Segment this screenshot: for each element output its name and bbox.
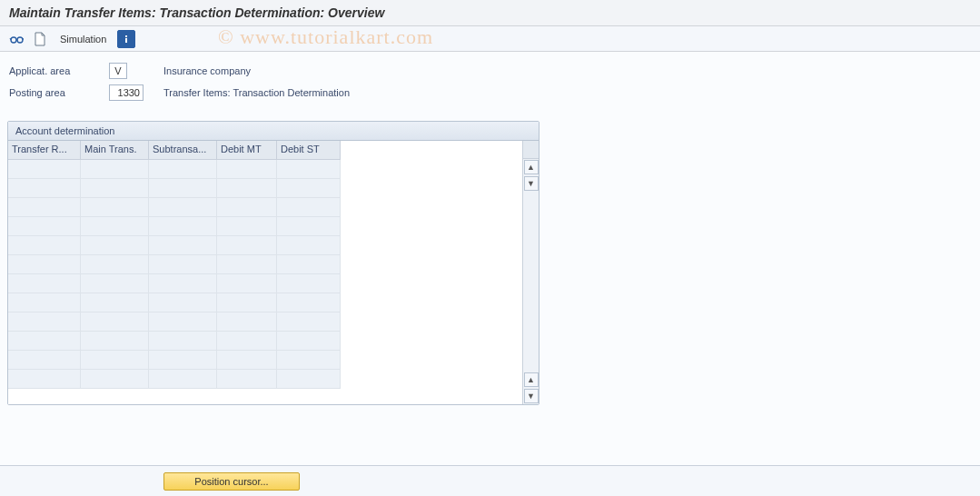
cell[interactable] (149, 312, 217, 331)
posting-area-desc: Transfer Items: Transaction Determinatio… (163, 87, 350, 98)
cell[interactable] (81, 312, 149, 331)
cell[interactable] (81, 217, 149, 235)
cell[interactable] (277, 160, 341, 178)
cell[interactable] (8, 312, 81, 331)
table-row[interactable] (8, 274, 341, 293)
cell[interactable] (81, 351, 149, 369)
cell[interactable] (8, 255, 81, 273)
cell[interactable] (149, 255, 217, 273)
cell[interactable] (277, 179, 341, 197)
cell[interactable] (81, 293, 149, 312)
col-header-subtransa[interactable]: Subtransa... (149, 141, 217, 159)
cell[interactable] (81, 160, 149, 178)
simulation-button[interactable]: Simulation (54, 32, 112, 46)
cell[interactable] (81, 255, 149, 273)
glasses-icon[interactable] (7, 30, 25, 48)
posting-area-row: Posting area Transfer Items: Transaction… (9, 84, 971, 101)
table-row[interactable] (8, 293, 341, 312)
new-page-icon[interactable] (31, 30, 49, 48)
table-row[interactable] (8, 179, 341, 198)
form-area: Applicat. area Insurance company Posting… (0, 52, 980, 117)
cell[interactable] (277, 255, 341, 273)
cell[interactable] (149, 198, 217, 216)
cell[interactable] (81, 370, 149, 388)
cell[interactable] (8, 351, 81, 369)
col-header-transfer-r[interactable]: Transfer R... (8, 141, 81, 159)
table-row[interactable] (8, 217, 341, 236)
table-row[interactable] (8, 255, 341, 274)
cell[interactable] (149, 217, 217, 235)
svg-point-0 (11, 37, 16, 43)
cell[interactable] (277, 312, 341, 331)
scroll-down-button[interactable]: ▲ (524, 372, 539, 387)
col-header-debit-mt[interactable]: Debit MT (217, 141, 277, 159)
cell[interactable] (217, 217, 277, 235)
table-row[interactable] (8, 370, 341, 389)
table-row[interactable] (8, 236, 341, 255)
cell[interactable] (277, 370, 341, 388)
cell[interactable] (217, 160, 277, 178)
cell[interactable] (81, 179, 149, 197)
triangle-down-icon: ▼ (527, 392, 535, 401)
cell[interactable] (217, 274, 277, 293)
info-icon[interactable] (117, 30, 135, 48)
cell[interactable] (217, 332, 277, 350)
table-row[interactable] (8, 351, 341, 370)
cell[interactable] (217, 293, 277, 312)
cell[interactable] (149, 293, 217, 312)
cell[interactable] (8, 274, 81, 293)
table-row[interactable] (8, 160, 341, 179)
cell[interactable] (8, 160, 81, 178)
table-row[interactable] (8, 198, 341, 217)
cell[interactable] (81, 274, 149, 293)
cell[interactable] (277, 274, 341, 293)
cell[interactable] (217, 370, 277, 388)
cell[interactable] (217, 198, 277, 216)
posting-area-field[interactable] (109, 84, 144, 101)
col-header-debit-st[interactable]: Debit ST (277, 141, 341, 159)
triangle-up-icon: ▲ (527, 375, 535, 384)
panel-title: Account determination (8, 122, 539, 141)
scrollbar-track[interactable] (524, 192, 539, 372)
cell[interactable] (277, 351, 341, 369)
cell[interactable] (149, 236, 217, 254)
cell[interactable] (277, 217, 341, 235)
cell[interactable] (81, 198, 149, 216)
cell[interactable] (8, 198, 81, 216)
cell[interactable] (217, 255, 277, 273)
cell[interactable] (8, 217, 81, 235)
scroll-down-bottom-button[interactable]: ▼ (524, 389, 539, 403)
scroll-up-button[interactable]: ▼ (524, 176, 539, 191)
cell[interactable] (277, 236, 341, 254)
cell[interactable] (277, 198, 341, 216)
table-row[interactable] (8, 312, 341, 332)
cell[interactable] (8, 370, 81, 388)
window-title-bar: Maintain Transfer Items: Transaction Det… (0, 0, 980, 26)
cell[interactable] (217, 312, 277, 331)
table-row[interactable] (8, 332, 341, 351)
cell[interactable] (8, 293, 81, 312)
cell[interactable] (8, 179, 81, 197)
cell[interactable] (149, 160, 217, 178)
cell[interactable] (217, 351, 277, 369)
cell[interactable] (149, 332, 217, 350)
grid-empty-spacer (341, 141, 522, 404)
cell[interactable] (277, 332, 341, 350)
scroll-up-top-button[interactable]: ▲ (524, 160, 539, 174)
cell[interactable] (149, 179, 217, 197)
svg-rect-2 (125, 35, 127, 37)
cell[interactable] (217, 236, 277, 254)
cell[interactable] (8, 332, 81, 350)
triangle-up-icon: ▲ (527, 163, 535, 172)
applicat-area-field[interactable] (109, 63, 127, 79)
position-cursor-button[interactable]: Position cursor... (163, 472, 300, 491)
cell[interactable] (81, 332, 149, 350)
cell[interactable] (149, 351, 217, 369)
cell[interactable] (217, 179, 277, 197)
cell[interactable] (149, 274, 217, 293)
cell[interactable] (277, 293, 341, 312)
cell[interactable] (8, 236, 81, 254)
cell[interactable] (81, 236, 149, 254)
cell[interactable] (149, 370, 217, 388)
col-header-main-trans[interactable]: Main Trans. (81, 141, 149, 159)
